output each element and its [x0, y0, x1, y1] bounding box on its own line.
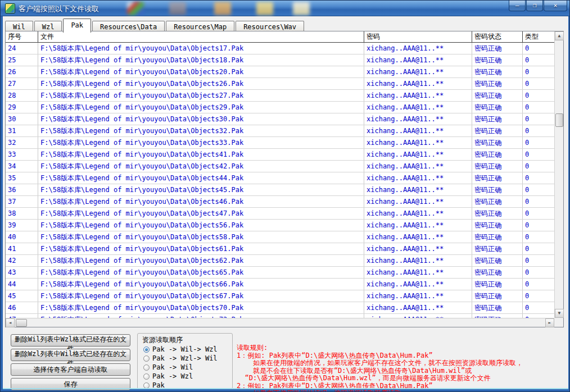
table-row[interactable]: 41 F:\58版本库\Legend of mir\youyou\Data\Ob…: [6, 243, 554, 255]
table-row[interactable]: 43 F:\58版本库\Legend of mir\youyou\Data\Ob…: [6, 267, 554, 279]
vertical-scroll-thumb[interactable]: [555, 113, 563, 127]
table-row[interactable]: 25 F:\58版本库\Legend of mir\youyou\Data\Ob…: [6, 54, 554, 66]
cell-file: F:\58版本库\Legend of mir\youyou\Data\Objec…: [38, 231, 364, 243]
cell-file: F:\58版本库\Legend of mir\youyou\Data\Objec…: [38, 54, 364, 66]
read-order-options: Pak -> Wil-> Wzl Pak -> Wzl-> Wil Pak ->…: [143, 345, 218, 389]
delete-wil-dup-in-wzl-button[interactable]: 删除Wzl列表中Wil格式已经存在的文件: [11, 349, 130, 361]
cell-password: xichang..AAA@11..**: [364, 208, 472, 219]
table-row[interactable]: 24 F:\58版本库\Legend of mir\youyou\Data\Ob…: [6, 43, 554, 54]
cell-password: xichang..AAA@11..**: [364, 102, 472, 113]
minimize-button[interactable]: —: [509, 1, 526, 11]
cell-file: F:\58版本库\Legend of mir\youyou\Data\Objec…: [38, 125, 364, 136]
read-order-option[interactable]: Pak: [143, 381, 218, 389]
cell-no: 29: [6, 102, 38, 113]
cell-no: 45: [6, 290, 38, 302]
table-row[interactable]: 38 F:\58版本库\Legend of mir\youyou\Data\Ob…: [6, 208, 554, 220]
table-row[interactable]: 40 F:\58版本库\Legend of mir\youyou\Data\Ob…: [6, 231, 554, 243]
scroll-right-icon[interactable]: ►: [545, 318, 554, 327]
column-header-type[interactable]: 类型: [523, 31, 554, 42]
cell-status: 密码正确: [472, 302, 523, 313]
cell-no: 38: [6, 208, 38, 219]
cell-status: 密码正确: [472, 255, 523, 266]
cell-password: xichang..AAA@11..**: [364, 290, 472, 302]
desktop-icon-ghost: [293, 2, 310, 15]
desktop-icon-ghost: [127, 2, 144, 15]
cell-no: 42: [6, 255, 38, 266]
radio-icon: [143, 373, 150, 380]
maximize-button[interactable]: ❐: [526, 1, 543, 11]
horizontal-scroll-thumb[interactable]: [16, 319, 27, 327]
table-row[interactable]: 47 F:\58版本库\Legend of mir\youyou\Data\Ob…: [6, 314, 554, 318]
save-button[interactable]: 保存: [11, 378, 130, 390]
title-bar[interactable]: 客户端按照以下文件读取 — ❐ ✕: [1, 1, 570, 16]
table-row[interactable]: 31 F:\58版本库\Legend of mir\youyou\Data\Ob…: [6, 125, 554, 137]
cell-file: F:\58版本库\Legend of mir\youyou\Data\Objec…: [38, 184, 364, 195]
table-row[interactable]: 27 F:\58版本库\Legend of mir\youyou\Data\Ob…: [6, 78, 554, 90]
radio-label: Pak -> Wzl: [152, 372, 193, 380]
read-order-option[interactable]: Pak -> Wzl-> Wil: [143, 354, 218, 362]
read-order-title: 资源读取顺序: [142, 335, 183, 345]
table-row[interactable]: 34 F:\58版本库\Legend of mir\youyou\Data\Ob…: [6, 161, 554, 172]
tab[interactable]: Pak: [63, 19, 91, 33]
cell-file: F:\58版本库\Legend of mir\youyou\Data\Objec…: [38, 66, 364, 78]
cell-no: 28: [6, 90, 38, 101]
close-button[interactable]: ✕: [544, 1, 567, 11]
cell-file: F:\58版本库\Legend of mir\youyou\Data\Objec…: [38, 137, 364, 148]
window-controls: — ❐ ✕: [509, 1, 567, 11]
table-row[interactable]: 45 F:\58版本库\Legend of mir\youyou\Data\Ob…: [6, 290, 554, 302]
table-row[interactable]: 35 F:\58版本库\Legend of mir\youyou\Data\Ob…: [6, 172, 554, 184]
table-body: 24 F:\58版本库\Legend of mir\youyou\Data\Ob…: [6, 43, 554, 318]
cell-no: 41: [6, 243, 38, 254]
column-header-file[interactable]: 文件: [38, 31, 364, 42]
cell-file: F:\58版本库\Legend of mir\youyou\Data\Objec…: [38, 90, 364, 101]
column-header-status[interactable]: 密码状态: [472, 31, 523, 42]
cell-file: F:\58版本库\Legend of mir\youyou\Data\Objec…: [38, 220, 364, 231]
cell-password: xichang..AAA@11..**: [364, 172, 472, 184]
table-row[interactable]: 32 F:\58版本库\Legend of mir\youyou\Data\Ob…: [6, 137, 554, 149]
scroll-left-icon[interactable]: ◄: [6, 318, 15, 327]
table-row[interactable]: 39 F:\58版本库\Legend of mir\youyou\Data\Ob…: [6, 220, 554, 231]
read-order-option[interactable]: Pak -> Wil: [143, 363, 218, 371]
table-row[interactable]: 44 F:\58版本库\Legend of mir\youyou\Data\Ob…: [6, 279, 554, 290]
cell-password: xichang..AAA@11..**: [364, 161, 472, 172]
cell-status: 密码正确: [472, 279, 523, 290]
table-row[interactable]: 42 F:\58版本库\Legend of mir\youyou\Data\Ob…: [6, 255, 554, 267]
cell-status: 密码正确: [472, 78, 523, 89]
cell-no: 39: [6, 220, 38, 231]
table-row[interactable]: 37 F:\58版本库\Legend of mir\youyou\Data\Ob…: [6, 196, 554, 208]
cell-password: xichang..AAA@11..**: [364, 255, 472, 266]
scroll-up-icon[interactable]: ▲: [555, 31, 564, 40]
delete-wzl-dup-in-wil-button[interactable]: 删除Wil列表中Wzl格式已经存在的文件: [11, 334, 130, 347]
cell-no: 32: [6, 137, 38, 148]
scroll-down-icon[interactable]: ▼: [555, 309, 564, 318]
cell-file: F:\58版本库\Legend of mir\youyou\Data\Objec…: [38, 196, 364, 207]
read-order-option[interactable]: Pak -> Wzl: [143, 372, 218, 380]
cell-type: 0: [523, 66, 554, 78]
horizontal-scrollbar[interactable]: ◄ ►: [6, 318, 554, 327]
table-row[interactable]: 28 F:\58版本库\Legend of mir\youyou\Data\Ob…: [6, 90, 554, 102]
column-header-password[interactable]: 密码: [364, 31, 472, 42]
cell-type: 0: [523, 267, 554, 278]
cell-password: xichang..AAA@11..**: [364, 231, 472, 243]
cell-type: 0: [523, 102, 554, 113]
cell-file: F:\58版本库\Legend of mir\youyou\Data\Objec…: [38, 43, 364, 54]
vertical-scrollbar[interactable]: ▲ ▼: [554, 31, 563, 318]
cell-password: xichang..AAA@11..**: [364, 125, 472, 136]
cell-type: 0: [523, 113, 554, 125]
table-row[interactable]: 30 F:\58版本库\Legend of mir\youyou\Data\Ob…: [6, 113, 554, 125]
read-order-option[interactable]: Pak -> Wil-> Wzl: [143, 345, 218, 353]
table-row[interactable]: 33 F:\58版本库\Legend of mir\youyou\Data\Ob…: [6, 149, 554, 161]
cell-type: 0: [523, 125, 554, 136]
cell-status: 密码正确: [472, 208, 523, 219]
table-row[interactable]: 29 F:\58版本库\Legend of mir\youyou\Data\Ob…: [6, 102, 554, 113]
read-order-group: 资源读取顺序 Pak -> Wil-> Wzl Pak -> Wzl-> Wil…: [137, 333, 233, 389]
cell-password: xichang..AAA@11..**: [364, 43, 472, 54]
column-header-no[interactable]: 序号: [6, 31, 38, 42]
table-header: 序号 文件 密码 密码状态 类型: [6, 31, 554, 43]
cell-no: 47: [6, 314, 38, 318]
cell-type: 0: [523, 302, 554, 313]
table-row[interactable]: 26 F:\58版本库\Legend of mir\youyou\Data\Ob…: [6, 66, 554, 78]
auto-read-client-button[interactable]: 选择传奇客户端自动读取: [11, 363, 130, 376]
table-row[interactable]: 46 F:\58版本库\Legend of mir\youyou\Data\Ob…: [6, 302, 554, 314]
table-row[interactable]: 36 F:\58版本库\Legend of mir\youyou\Data\Ob…: [6, 184, 554, 196]
